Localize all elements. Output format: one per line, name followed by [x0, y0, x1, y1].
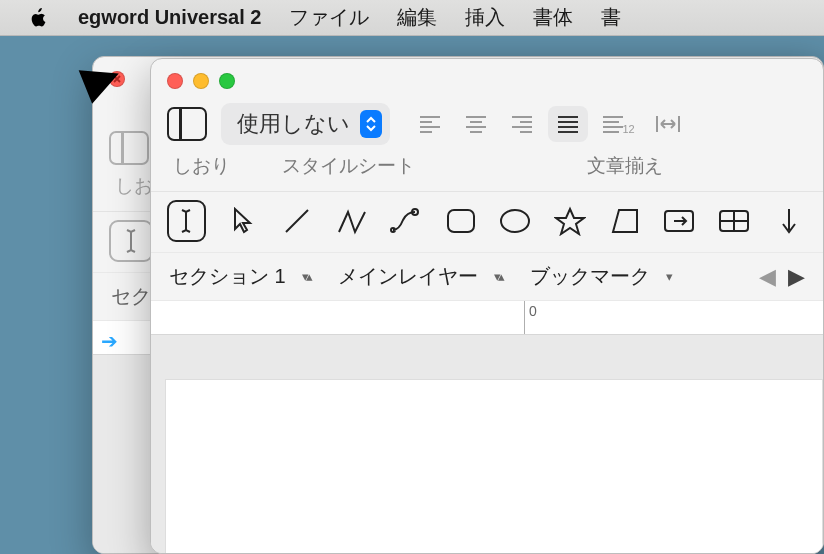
chevron-updown-icon: ▾▴ — [494, 269, 502, 284]
stylesheet-value: 使用しない — [237, 109, 350, 139]
menu-insert[interactable]: 挿入 — [465, 4, 505, 31]
align-right-button[interactable] — [502, 106, 542, 142]
app-name[interactable]: egword Universal 2 — [78, 6, 261, 29]
dropdown-stepper-icon[interactable] — [360, 110, 382, 138]
document-canvas — [151, 335, 823, 554]
zoom-button[interactable] — [219, 73, 235, 89]
annotation-arrow-icon — [34, 60, 124, 120]
menubar: egword Universal 2 ファイル 編集 挿入 書体 書 — [0, 0, 824, 36]
table-tool[interactable] — [716, 200, 753, 242]
zigzag-tool[interactable] — [333, 200, 370, 242]
rect-tool[interactable] — [442, 200, 479, 242]
down-arrow-tool[interactable] — [770, 200, 807, 242]
sidebar-toggle[interactable] — [167, 107, 207, 141]
chevron-down-icon: ▾ — [666, 269, 670, 284]
label-textalign: 文章揃え — [587, 153, 663, 179]
section-select[interactable]: セクション 1 ▾▴ — [169, 263, 310, 290]
line-tool[interactable] — [279, 200, 316, 242]
align-center-button[interactable] — [456, 106, 496, 142]
foreground-window: 使用しない 12 しおり スタイルシート 文章揃え — [150, 58, 824, 554]
section-select-back[interactable]: セク — [111, 283, 151, 310]
ruler-zero-label: 0 — [529, 303, 537, 319]
ruler[interactable]: 0 — [151, 301, 823, 335]
apple-logo-icon[interactable] — [28, 7, 50, 29]
text-cursor-tool[interactable] — [167, 200, 206, 242]
sidebar-toggle-back[interactable] — [109, 131, 149, 165]
menu-edit[interactable]: 編集 — [397, 4, 437, 31]
close-button[interactable] — [167, 73, 183, 89]
align-group: 12 — [410, 106, 688, 142]
menu-file[interactable]: ファイル — [289, 4, 369, 31]
select-row: セクション 1 ▾▴ メインレイヤー ▾▴ ブックマーク ▾ ◀ ▶ — [151, 252, 823, 301]
svg-rect-0 — [448, 210, 474, 232]
label-bookmark: しおり — [173, 153, 230, 179]
polygon-tool[interactable] — [606, 200, 643, 242]
align-justify-button[interactable] — [548, 106, 588, 142]
tools-row — [151, 191, 823, 252]
ruler-tick — [524, 301, 525, 334]
curve-tool[interactable] — [388, 200, 425, 242]
document-page[interactable] — [165, 379, 823, 554]
window-controls — [151, 59, 823, 89]
ellipse-tool[interactable] — [497, 200, 534, 242]
align-distribute-button[interactable]: 12 — [594, 106, 642, 142]
fit-width-button[interactable] — [648, 106, 688, 142]
minimize-button[interactable] — [193, 73, 209, 89]
chevron-updown-icon: ▾▴ — [302, 269, 310, 284]
pointer-tool[interactable] — [224, 200, 261, 242]
bookmark-select[interactable]: ブックマーク ▾ — [530, 263, 670, 290]
ruler-marker-icon: ➔ — [101, 329, 118, 353]
svg-point-1 — [501, 210, 529, 232]
menu-cut[interactable]: 書 — [601, 4, 621, 31]
label-stylesheet: スタイルシート — [282, 153, 415, 179]
text-cursor-tool-back[interactable] — [109, 220, 153, 262]
arrow-box-tool[interactable] — [661, 200, 698, 242]
page-prev-button[interactable]: ◀ — [759, 264, 776, 290]
page-next-button[interactable]: ▶ — [788, 264, 805, 290]
stylesheet-dropdown[interactable]: 使用しない — [221, 103, 390, 145]
layer-select[interactable]: メインレイヤー ▾▴ — [338, 263, 502, 290]
align-left-button[interactable] — [410, 106, 450, 142]
label-bookmark-back: しお — [115, 173, 153, 199]
menu-font[interactable]: 書体 — [533, 4, 573, 31]
star-tool[interactable] — [552, 200, 589, 242]
